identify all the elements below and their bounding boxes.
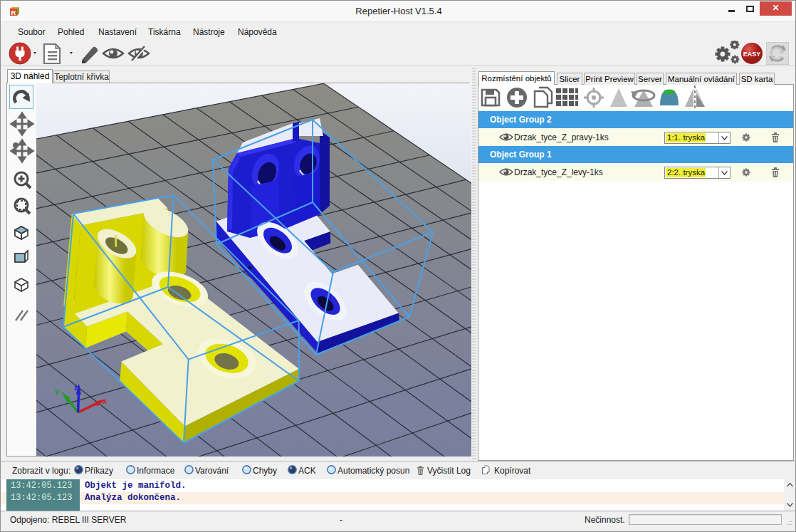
svg-text:z: z [74, 383, 78, 392]
svg-text:x: x [103, 397, 108, 405]
svg-text:y: y [55, 387, 60, 395]
svg-text:EASY: EASY [743, 51, 761, 58]
svg-text:*: * [248, 264, 253, 277]
